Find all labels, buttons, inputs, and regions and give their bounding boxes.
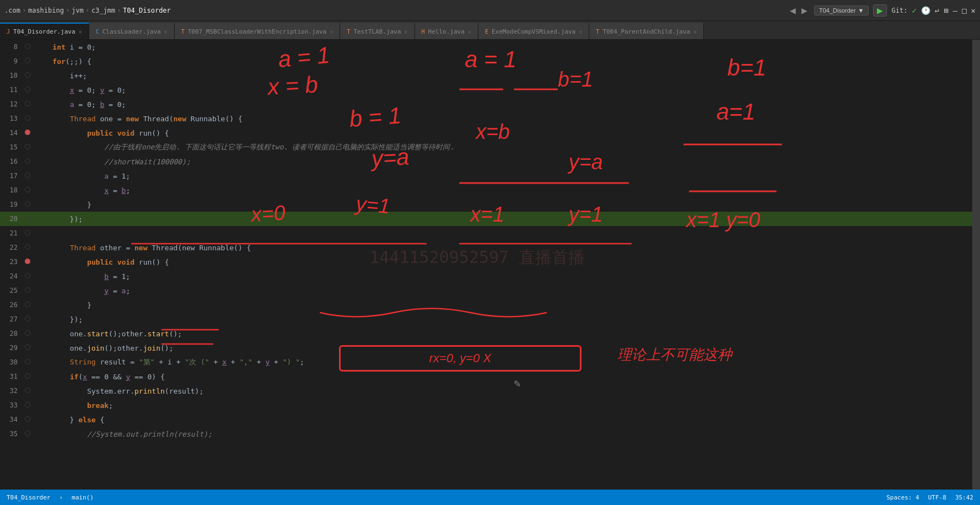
status-linecol: 35:42 xyxy=(955,494,973,501)
line-number: 12 xyxy=(0,100,22,108)
line-gutter xyxy=(22,388,33,394)
line-code-text: } else { xyxy=(33,416,104,424)
code-line-13: 13 Thread one = new Thread(new Runnable(… xyxy=(0,111,972,126)
line-gutter xyxy=(22,259,33,265)
line-gutter xyxy=(22,431,33,437)
line-code-text: public void run() { xyxy=(33,258,169,266)
breakpoint-dot xyxy=(25,130,30,135)
line-number: 31 xyxy=(0,373,22,380)
tab-bar: J T04_Disorder.java ✕ C ClassLoader.java… xyxy=(0,21,980,40)
tab-close-icon[interactable]: ✕ xyxy=(579,29,582,35)
tab-hello[interactable]: H Hello.java ✕ xyxy=(415,23,478,39)
breadcrumb-jvm: jvm xyxy=(72,7,84,14)
line-code-text: } xyxy=(33,301,91,309)
nav-arrows: ◀ ▶ xyxy=(788,5,810,16)
code-line-27: 27 }); xyxy=(0,312,972,326)
line-circle xyxy=(25,101,30,106)
line-number: 10 xyxy=(0,72,22,79)
line-circle xyxy=(25,87,30,92)
code-line-18: 18 x = b; xyxy=(0,183,972,197)
line-gutter xyxy=(22,373,33,380)
code-line-19: 19 } xyxy=(0,197,972,212)
window-max-icon[interactable]: □ xyxy=(962,6,966,15)
line-number: 18 xyxy=(0,186,22,194)
tab-close-icon[interactable]: ✕ xyxy=(164,29,168,35)
line-code-text: a = 1; xyxy=(33,172,130,180)
code-line-23: 23 public void run() { xyxy=(0,255,972,269)
line-gutter xyxy=(22,402,33,409)
line-number: 22 xyxy=(0,244,22,251)
line-gutter xyxy=(22,44,33,50)
tab-close-icon[interactable]: ✕ xyxy=(330,29,333,35)
line-number: 24 xyxy=(0,272,22,280)
line-number: 32 xyxy=(0,387,22,395)
nav-back-button[interactable]: ◀ xyxy=(788,5,798,16)
line-number: 30 xyxy=(0,358,22,366)
code-line-24: 24 b = 1; xyxy=(0,269,972,283)
line-gutter xyxy=(22,173,33,179)
code-line-16: 16 //shortWait(100000); xyxy=(0,154,972,169)
line-number: 25 xyxy=(0,287,22,294)
breadcrumb-mashibing: mashibing xyxy=(28,7,64,14)
line-number: 11 xyxy=(0,86,22,94)
tab-t007[interactable]: T T007_MSBClassLoaderWithEncription.java… xyxy=(175,23,341,39)
line-code-text: one.start();other.start(); xyxy=(33,330,182,338)
git-label: Git: xyxy=(891,7,907,14)
tab-close-icon[interactable]: ✕ xyxy=(405,29,408,35)
code-line-31: 31 if(x == 0 && y == 0) { xyxy=(0,369,972,384)
tab-exemode[interactable]: E ExeModeCompVSMixed.java ✕ xyxy=(478,23,589,39)
run-config-dropdown[interactable]: T04_Disorder ▼ xyxy=(814,6,869,15)
line-code-text: //shortWait(100000); xyxy=(33,158,191,166)
line-circle xyxy=(25,158,30,164)
line-gutter xyxy=(22,244,33,251)
line-gutter xyxy=(22,115,33,122)
line-gutter xyxy=(22,101,33,108)
window-close-icon[interactable]: ✕ xyxy=(971,6,976,15)
tab-t004[interactable]: T T004_ParentAndChild.java ✕ xyxy=(589,23,704,39)
git-arrow-icon: ↩ xyxy=(935,6,939,15)
line-circle xyxy=(25,187,30,192)
line-gutter xyxy=(22,230,33,237)
line-circle xyxy=(25,244,30,250)
run-button[interactable]: ▶ xyxy=(873,4,887,17)
tab-java-icon: T xyxy=(596,29,599,35)
line-circle xyxy=(25,316,30,321)
tab-t04disorder[interactable]: J T04_Disorder.java ✕ xyxy=(0,23,89,39)
window-min-icon[interactable]: — xyxy=(953,6,957,15)
line-gutter xyxy=(22,158,33,165)
line-circle xyxy=(25,216,30,221)
line-gutter xyxy=(22,87,33,93)
line-gutter xyxy=(22,287,33,294)
tab-close-icon[interactable]: ✕ xyxy=(468,29,471,35)
git-diff-icon: ⊞ xyxy=(944,6,948,15)
line-gutter xyxy=(22,302,33,308)
line-gutter xyxy=(22,72,33,79)
right-scrollbar[interactable] xyxy=(972,40,980,490)
code-line-26: 26 } xyxy=(0,298,972,312)
line-number: 15 xyxy=(0,143,22,151)
tab-close-icon[interactable]: ✕ xyxy=(693,29,697,35)
tab-java2-icon: C xyxy=(96,29,99,35)
line-gutter xyxy=(22,330,33,337)
tab-testtlab[interactable]: T TestTLAB.java ✕ xyxy=(340,23,414,39)
code-line-10: 10 i++; xyxy=(0,68,972,83)
code-editor[interactable]: 8 int i = 0;9 for(;;) {10 i++;11 x = 0; … xyxy=(0,40,972,490)
tab-close-icon[interactable]: ✕ xyxy=(79,29,82,35)
line-code-text: y = a; xyxy=(33,287,130,295)
code-line-12: 12 a = 0; b = 0; xyxy=(0,97,972,111)
line-number: 34 xyxy=(0,416,22,423)
code-line-25: 25 y = a; xyxy=(0,283,972,298)
nav-forward-button[interactable]: ▶ xyxy=(799,5,810,16)
code-line-29: 29 one.join();other.join(); xyxy=(0,341,972,355)
line-gutter xyxy=(22,273,33,280)
line-circle xyxy=(25,373,30,379)
code-line-21: 21 xyxy=(0,226,972,240)
line-gutter xyxy=(22,345,33,351)
tab-classloader[interactable]: C ClassLoader.java ✕ xyxy=(89,23,175,39)
line-number: 35 xyxy=(0,430,22,438)
code-line-28: 28 one.start();other.start(); xyxy=(0,326,972,341)
line-number: 33 xyxy=(0,401,22,409)
top-bar-right: ◀ ▶ T04_Disorder ▼ ▶ Git: ✓ 🕐 ↩ ⊞ — □ ✕ xyxy=(788,4,976,17)
status-spaces: Spaces: 4 xyxy=(886,494,919,501)
line-code-text: if(x == 0 && y == 0) { xyxy=(33,373,165,381)
